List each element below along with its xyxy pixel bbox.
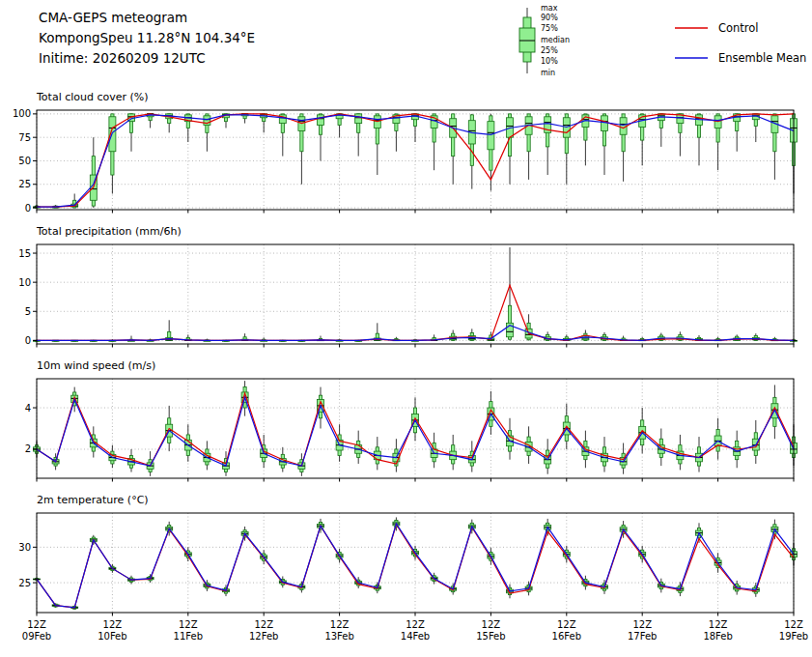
svg-text:10Feb: 10Feb bbox=[98, 631, 126, 642]
svg-text:10%: 10% bbox=[541, 57, 558, 66]
svg-text:0: 0 bbox=[25, 335, 31, 346]
ensemble-mean-line-swatch bbox=[674, 54, 709, 62]
svg-text:12Z: 12Z bbox=[632, 619, 652, 630]
svg-text:12Z: 12Z bbox=[254, 619, 273, 630]
svg-text:18Feb: 18Feb bbox=[703, 631, 732, 642]
inittime-title: Initime: 20260209 12UTC bbox=[39, 48, 255, 69]
svg-text:90%: 90% bbox=[541, 14, 558, 22]
svg-text:17Feb: 17Feb bbox=[628, 631, 657, 642]
svg-text:max: max bbox=[541, 4, 558, 13]
svg-text:12Z: 12Z bbox=[784, 619, 803, 630]
meteogram-page: CMA-GEPS meteogram KompongSpeu 11.28°N 1… bbox=[0, 0, 812, 657]
svg-text:25%: 25% bbox=[541, 46, 558, 55]
svg-text:25: 25 bbox=[18, 179, 31, 189]
wind-speed-chart: 24 bbox=[0, 374, 812, 486]
cloud-cover-panel: Total cloud cover (%) 0255075100 bbox=[0, 91, 812, 221]
svg-text:0: 0 bbox=[25, 203, 31, 214]
svg-text:min: min bbox=[541, 69, 555, 77]
cloud-cover-title: Total cloud cover (%) bbox=[37, 91, 812, 105]
wind-speed-panel: 10m wind speed (m/s) 24 bbox=[0, 359, 812, 490]
legend-item-ensemble-mean: Ensemble Mean bbox=[674, 51, 806, 65]
svg-text:12Z: 12Z bbox=[179, 619, 198, 630]
boxplot-legend: max90%75%median25%10%min bbox=[510, 2, 626, 83]
svg-text:10: 10 bbox=[18, 277, 31, 288]
svg-text:19Feb: 19Feb bbox=[779, 631, 808, 642]
wind-speed-title: 10m wind speed (m/s) bbox=[37, 359, 812, 374]
legend-label-control: Control bbox=[718, 21, 759, 35]
svg-text:16Feb: 16Feb bbox=[552, 631, 581, 642]
svg-text:75: 75 bbox=[18, 132, 31, 143]
svg-text:12Z: 12Z bbox=[27, 619, 46, 630]
temperature-chart: 253012Z09Feb12Z10Feb12Z11Feb12Z12Feb12Z1… bbox=[0, 508, 812, 653]
svg-text:12Z: 12Z bbox=[557, 619, 576, 630]
temperature-panel: 2m temperature (°C) 253012Z09Feb12Z10Feb… bbox=[0, 494, 812, 657]
svg-text:11Feb: 11Feb bbox=[174, 631, 203, 642]
svg-text:25: 25 bbox=[18, 578, 31, 588]
svg-text:12Z: 12Z bbox=[330, 619, 350, 630]
precipitation-chart: 051015 bbox=[0, 240, 812, 352]
svg-text:14Feb: 14Feb bbox=[401, 631, 430, 642]
cloud-cover-chart: 0255075100 bbox=[0, 105, 812, 217]
app-title: CMA-GEPS meteogram bbox=[39, 8, 255, 28]
svg-text:50: 50 bbox=[18, 156, 31, 166]
svg-text:100: 100 bbox=[13, 108, 31, 119]
svg-text:12Z: 12Z bbox=[482, 619, 501, 630]
svg-text:30: 30 bbox=[18, 542, 31, 553]
legend-item-control: Control bbox=[674, 21, 806, 35]
control-line-swatch bbox=[674, 24, 709, 32]
svg-text:15: 15 bbox=[18, 248, 31, 259]
svg-text:12Feb: 12Feb bbox=[249, 631, 278, 642]
svg-text:12Z: 12Z bbox=[103, 619, 123, 630]
svg-text:5: 5 bbox=[25, 306, 31, 317]
precipitation-title: Total precipitation (mm/6h) bbox=[37, 225, 812, 240]
svg-text:2: 2 bbox=[25, 443, 31, 454]
svg-text:75%: 75% bbox=[541, 24, 558, 33]
location-title: KompongSpeu 11.28°N 104.34°E bbox=[39, 28, 255, 48]
svg-text:4: 4 bbox=[25, 403, 31, 414]
svg-text:median: median bbox=[541, 36, 570, 44]
precipitation-panel: Total precipitation (mm/6h) 051015 bbox=[0, 225, 812, 356]
legend-label-ensemble-mean: Ensemble Mean bbox=[718, 51, 806, 65]
line-legend: Control Ensemble Mean bbox=[674, 21, 806, 81]
svg-text:09Feb: 09Feb bbox=[22, 631, 51, 642]
header: CMA-GEPS meteogram KompongSpeu 11.28°N 1… bbox=[0, 0, 812, 87]
svg-text:12Z: 12Z bbox=[709, 619, 728, 630]
temperature-title: 2m temperature (°C) bbox=[37, 494, 812, 508]
svg-text:13Feb: 13Feb bbox=[324, 631, 353, 642]
title-block: CMA-GEPS meteogram KompongSpeu 11.28°N 1… bbox=[39, 8, 255, 69]
svg-text:15Feb: 15Feb bbox=[476, 631, 505, 642]
svg-text:12Z: 12Z bbox=[406, 619, 425, 630]
